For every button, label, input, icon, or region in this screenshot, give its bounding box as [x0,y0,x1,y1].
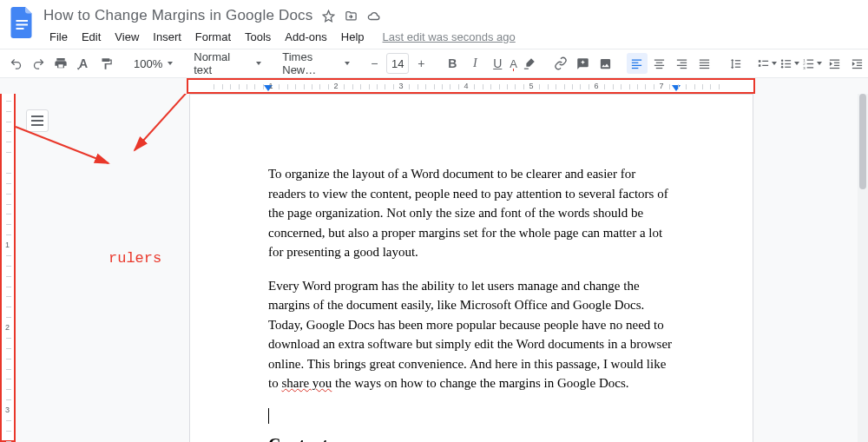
print-button[interactable] [50,53,71,74]
ruler-number: 1 [268,82,273,90]
document-page[interactable]: To organize the layout of a Word documen… [189,94,753,442]
toolbar: A✓ 100% Normal text Times New… − 14 + B … [0,49,868,78]
svg-rect-9 [654,64,664,65]
contents-heading[interactable]: Contents [268,432,674,442]
svg-rect-27 [786,60,792,61]
add-comment-button[interactable] [573,53,594,74]
bold-button[interactable]: B [442,53,463,74]
menu-addons[interactable]: Add-ons [279,28,332,46]
vertical-ruler[interactable]: 1234 [2,94,14,440]
menu-format[interactable]: Format [189,28,237,46]
undo-button[interactable] [5,53,26,74]
paint-format-button[interactable] [95,53,116,74]
svg-rect-34 [807,63,814,63]
svg-rect-7 [654,59,664,60]
vertical-ruler-highlight: 1234 [0,94,16,442]
svg-rect-11 [677,59,687,60]
right-indent-marker[interactable] [672,85,681,91]
svg-rect-43 [852,67,862,68]
svg-rect-17 [700,64,709,65]
svg-rect-1 [16,24,29,26]
star-icon[interactable] [322,9,336,23]
zoom-dropdown[interactable]: 100% [127,53,176,74]
horizontal-ruler-highlight: 1234567 [187,78,755,94]
show-outline-button[interactable] [26,109,49,132]
paragraph-style-dropdown[interactable]: Normal text [187,53,265,74]
highlight-color-button[interactable] [519,53,540,74]
decrease-indent-button[interactable] [825,53,845,74]
cloud-status-icon[interactable] [367,9,381,23]
ruler-number: 3 [398,82,403,90]
numbered-list-button[interactable]: 123 [802,53,823,74]
svg-rect-28 [786,63,792,63]
insert-link-button[interactable] [550,53,571,74]
svg-point-25 [781,63,784,65]
svg-rect-22 [763,60,769,61]
text-color-button[interactable]: A [510,53,517,74]
spellcheck-button[interactable]: A✓ [73,53,94,74]
ruler-number: 4 [464,82,468,90]
app-header: How to Change Margins in Google Docs Fil… [0,0,868,49]
insert-image-button[interactable] [595,53,616,74]
svg-rect-4 [632,62,639,63]
svg-point-26 [781,66,784,69]
svg-rect-19 [735,60,740,61]
font-size-increase[interactable]: + [411,53,431,74]
menu-edit[interactable]: Edit [76,28,107,46]
redo-button[interactable] [28,53,49,74]
svg-rect-5 [632,64,641,65]
svg-rect-40 [852,59,862,60]
checklist-button[interactable] [757,53,778,74]
line-spacing-button[interactable] [726,53,746,74]
svg-text:3: 3 [804,65,806,69]
font-size-decrease[interactable]: − [364,53,385,74]
paragraph[interactable]: Every Word program has the ability to le… [268,276,674,393]
italic-button[interactable]: I [464,53,485,74]
increase-indent-button[interactable] [847,53,868,74]
svg-rect-23 [763,64,769,65]
svg-rect-10 [656,67,663,68]
svg-rect-21 [735,66,740,67]
paragraph[interactable]: To organize the layout of a Word documen… [268,164,674,262]
align-left-button[interactable] [627,53,648,74]
align-justify-button[interactable] [694,53,715,74]
menu-tools[interactable]: Tools [239,28,277,46]
svg-rect-16 [700,62,709,63]
svg-rect-20 [735,63,740,63]
svg-rect-2 [16,28,24,30]
vertical-scrollbar[interactable] [858,94,868,442]
horizontal-ruler[interactable]: 1234567 [188,80,753,92]
font-size-input[interactable]: 14 [386,53,409,74]
align-center-button[interactable] [649,53,670,74]
svg-rect-42 [857,64,862,65]
svg-line-45 [16,127,108,163]
spellcheck-underline[interactable]: share you [281,376,332,390]
menu-insert[interactable]: Insert [147,28,187,46]
bulleted-list-button[interactable] [779,53,800,74]
svg-rect-36 [830,59,839,60]
align-right-button[interactable] [672,53,693,74]
move-icon[interactable] [345,9,358,23]
ruler-number: 2 [5,323,10,332]
ruler-number: 5 [529,82,533,90]
horizontal-ruler-area: 1234567 [0,78,868,94]
menu-help[interactable]: Help [335,28,371,46]
menu-file[interactable]: File [43,28,74,46]
menu-bar: File Edit View Insert Format Tools Add-o… [43,28,516,46]
svg-rect-18 [700,67,709,68]
svg-rect-15 [700,59,709,60]
underline-button[interactable]: U [487,53,508,74]
font-family-dropdown[interactable]: Times New… [275,53,353,74]
svg-rect-37 [834,62,839,63]
document-title[interactable]: How to Change Margins in Google Docs [43,5,313,26]
svg-rect-6 [632,67,639,68]
docs-logo-icon[interactable] [9,5,36,40]
menu-view[interactable]: View [108,28,145,46]
scrollbar-thumb[interactable] [859,94,866,189]
ruler-number: 1 [5,241,10,249]
svg-point-24 [781,59,784,62]
svg-rect-12 [681,62,687,63]
last-edit-link[interactable]: Last edit was seconds ago [383,30,516,43]
svg-line-44 [135,94,191,150]
ruler-number: 6 [594,82,598,90]
